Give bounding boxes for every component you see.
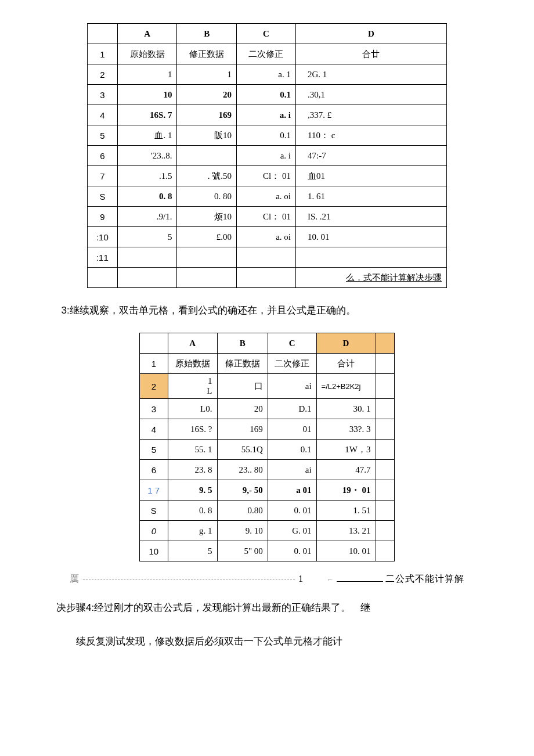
cell: g. 1: [168, 521, 217, 541]
cell: 55.1Q: [217, 440, 268, 460]
table-row: :11: [88, 247, 447, 268]
cell: ,337. £: [295, 105, 446, 125]
colhead-C: C: [236, 24, 295, 44]
cell: 條正数据: [217, 354, 268, 374]
cell: 110： c: [295, 125, 446, 146]
line2-left: 厲: [70, 573, 80, 585]
colhead2-C: C: [268, 333, 316, 354]
cell: [177, 146, 236, 166]
cell: [295, 247, 446, 268]
cell: 47.7: [316, 460, 376, 480]
table-row: 7.1.5. 號.50Cl： 01血01: [88, 166, 447, 186]
cell: 1: [117, 64, 177, 85]
cell: .9/1.: [117, 207, 177, 227]
cell: 0. 8: [117, 186, 177, 207]
row-number: :10: [88, 227, 118, 247]
corner-cell-2: [140, 333, 168, 354]
cell: 二次修正: [268, 354, 316, 374]
table-row: :105£.00a. oi10. 01: [88, 227, 447, 247]
cell: 0.1: [236, 85, 295, 105]
cell: 16S. 7: [117, 105, 177, 125]
cell: 10. 01: [295, 227, 446, 247]
row-number: 0: [140, 521, 168, 541]
cell: 口: [217, 374, 268, 399]
extra-cell: [376, 521, 394, 541]
row-number: 6: [140, 460, 168, 480]
table-row: 416S. 7169a. i,337. £: [88, 105, 447, 125]
cell: a. i: [236, 146, 295, 166]
cell: 阪10: [177, 125, 236, 146]
table-row: 211a. 12G. 1: [88, 64, 447, 85]
cell: a. oi: [236, 186, 295, 207]
table-row: 0g. 19. 10G. 0113. 21: [140, 521, 395, 541]
colhead-D: D: [295, 24, 446, 44]
row-number: 9: [88, 207, 118, 227]
table-row: 416S. ?1690133?. 3: [140, 419, 395, 440]
cell: 0.1: [268, 440, 316, 460]
cell: 合计: [316, 354, 376, 374]
cell: .1.5: [117, 166, 177, 186]
row-number: S: [88, 186, 118, 207]
table-row: S0. 80. 80a. oi1. 61: [88, 186, 447, 207]
table-row: 3L0.20D.130. 1: [140, 399, 395, 419]
row-number: 5: [88, 125, 118, 146]
col-header-row: A B C D: [88, 24, 447, 44]
cell: 合廿: [295, 44, 446, 64]
cell: 0. 01: [268, 541, 316, 561]
extra-cell: [376, 419, 394, 440]
cell: a. i: [236, 105, 295, 125]
cell: 30. 1: [316, 399, 376, 419]
table-row: 6'23..8.a. i47:-7: [88, 146, 447, 166]
row-number: 3: [140, 399, 168, 419]
cell: 烦10: [177, 207, 236, 227]
row-number: 10: [140, 541, 168, 561]
cell: 1 L: [168, 374, 217, 399]
cell: 0. 80: [177, 186, 236, 207]
cell: 16S. ?: [168, 419, 217, 440]
cell: 10: [117, 85, 177, 105]
col-header-row-2: A B C D: [140, 333, 395, 354]
cell: D.1: [268, 399, 316, 419]
cell: G. 01: [268, 521, 316, 541]
cell: £.00: [177, 227, 236, 247]
table-row: 555. 155.1Q0.11W，3: [140, 440, 395, 460]
table-row: 1 79. 59,- 50a 0119・ 01: [140, 480, 395, 501]
table-row: 1原始数据修正数据二次修正合廿: [88, 44, 447, 64]
cell: 1. 51: [316, 501, 376, 521]
cell: 55. 1: [168, 440, 217, 460]
table-row: 21 L口ai=/L2+B2K2j: [140, 374, 395, 399]
extra-cell: [376, 374, 394, 399]
cell: '23..8.: [117, 146, 177, 166]
cell: 原始数据: [168, 354, 217, 374]
cell: 33?. 3: [316, 419, 376, 440]
cell: 1: [177, 64, 236, 85]
cell: 0. 01: [268, 501, 316, 521]
cell: a 01: [268, 480, 316, 501]
cell: 19・ 01: [316, 480, 376, 501]
row-number: 1 7: [140, 480, 168, 501]
cell: 血01: [295, 166, 446, 186]
cell: 23.. 80: [217, 460, 268, 480]
cell: [177, 247, 236, 268]
row-number: 6: [88, 146, 118, 166]
extra-cell: [376, 440, 394, 460]
row-number: :11: [88, 247, 118, 268]
colhead2-D: D: [316, 333, 376, 354]
cell: ai: [268, 374, 316, 399]
table-row: S0. 80.800. 011. 51: [140, 501, 395, 521]
extra-cell: [376, 460, 394, 480]
cell: [236, 247, 295, 268]
table-row: 310200.1.30,1: [88, 85, 447, 105]
cell: 13. 21: [316, 521, 376, 541]
row-number: 3: [88, 85, 118, 105]
cell: 23. 8: [168, 460, 217, 480]
row-number: 4: [88, 105, 118, 125]
cell: 5" 00: [217, 541, 268, 561]
colhead-B: B: [177, 24, 236, 44]
cell: 0. 8: [168, 501, 217, 521]
cell: 修正数据: [177, 44, 236, 64]
line2-right: 二公式不能计算解: [385, 573, 464, 585]
cell: Cl： 01: [236, 207, 295, 227]
cell: 9,- 50: [217, 480, 268, 501]
table-row: 1055" 000. 0110. 01: [140, 541, 395, 561]
